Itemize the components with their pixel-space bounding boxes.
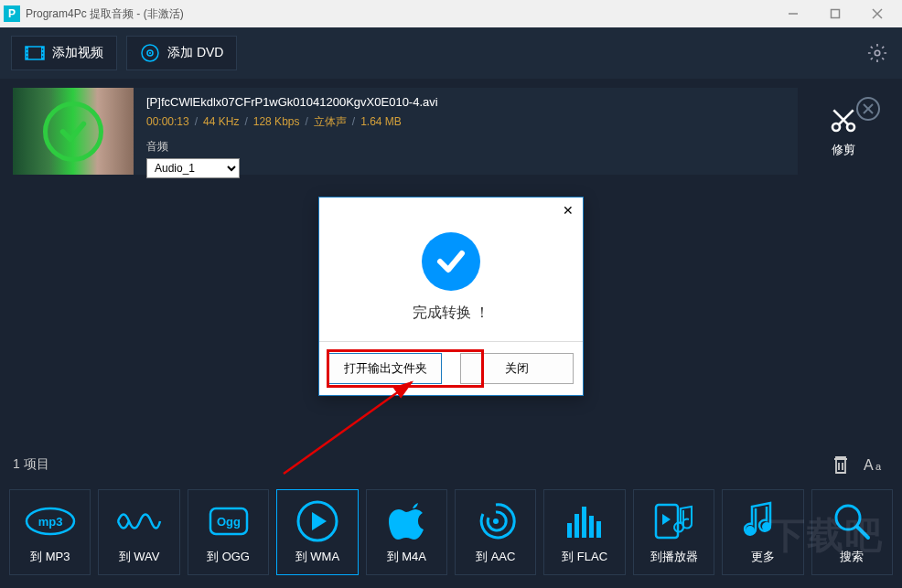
text-size-button[interactable]: Aa <box>862 451 889 478</box>
equalizer-icon <box>565 499 604 543</box>
format-m4a[interactable]: 到 M4A <box>366 489 447 575</box>
svg-point-38 <box>746 526 755 535</box>
dialog-close-text-button[interactable]: 关闭 <box>460 353 574 384</box>
svg-point-11 <box>42 52 44 54</box>
file-item: [P]fcCWlEkdlx07CFrP1wGk01041200KgvX0E010… <box>13 88 889 175</box>
main-toolbar: 添加视频 添加 DVD <box>0 27 902 79</box>
dialog-message: 完成转换 ！ <box>413 304 489 323</box>
svg-text:mp3: mp3 <box>38 515 62 529</box>
svg-rect-32 <box>574 514 579 538</box>
format-flac[interactable]: 到 FLAC <box>543 489 625 575</box>
format-wma[interactable]: 到 WMA <box>276 489 358 575</box>
file-meta: 00:00:13/44 KHz/128 Kbps/立体声/1.64 MB <box>146 114 785 130</box>
svg-rect-35 <box>596 521 601 538</box>
remove-item-button[interactable] <box>856 97 880 121</box>
file-name: [P]fcCWlEkdlx07CFrP1wGk01041200KgvX0E010… <box>146 95 785 109</box>
svg-point-12 <box>42 56 44 58</box>
item-count: 1 项目 <box>13 456 49 473</box>
audio-track-select[interactable]: Audio_1 <box>146 158 240 178</box>
film-icon <box>25 45 45 61</box>
svg-line-41 <box>857 527 868 538</box>
format-player[interactable]: 到播放器 <box>633 489 714 575</box>
svg-marker-37 <box>662 514 671 525</box>
format-aac[interactable]: 到 AAC <box>455 489 536 575</box>
app-logo: P <box>4 5 20 22</box>
minimize-button[interactable] <box>772 0 814 27</box>
disc-icon <box>140 45 160 61</box>
svg-rect-33 <box>582 507 586 538</box>
svg-text:Ogg: Ogg <box>217 515 241 529</box>
format-search[interactable]: 搜索 <box>811 489 893 575</box>
svg-point-39 <box>762 522 771 531</box>
ogg-icon: Ogg <box>208 499 250 543</box>
mp3-icon: mp3 <box>25 499 76 543</box>
svg-rect-31 <box>567 523 572 538</box>
maximize-button[interactable] <box>814 0 856 27</box>
music-notes-icon <box>743 499 783 543</box>
close-window-button[interactable] <box>856 0 898 27</box>
status-bar: 1 项目 Aa <box>13 451 889 478</box>
delete-button[interactable] <box>827 451 854 478</box>
completed-check-icon <box>43 102 103 162</box>
audio-label: 音频 <box>146 139 785 155</box>
svg-point-9 <box>27 56 28 58</box>
svg-point-8 <box>27 52 28 54</box>
add-video-button[interactable]: 添加视频 <box>11 36 117 70</box>
settings-button[interactable] <box>864 39 891 67</box>
format-mp3[interactable]: mp3 到 MP3 <box>9 489 91 575</box>
apple-icon <box>389 499 424 543</box>
add-dvd-button[interactable]: 添加 DVD <box>126 36 237 70</box>
svg-point-30 <box>493 519 499 524</box>
thumbnail <box>13 88 134 175</box>
svg-point-10 <box>42 48 44 50</box>
format-ogg[interactable]: Ogg 到 OGG <box>188 489 269 575</box>
open-output-folder-button[interactable]: 打开输出文件夹 <box>328 353 442 384</box>
add-dvd-label: 添加 DVD <box>167 45 223 61</box>
svg-rect-34 <box>589 516 594 538</box>
svg-point-15 <box>149 52 151 54</box>
format-more[interactable]: 更多 <box>722 489 803 575</box>
wave-icon <box>116 499 162 543</box>
success-check-icon <box>422 232 480 291</box>
play-circle-icon <box>295 499 339 543</box>
add-video-label: 添加视频 <box>52 45 103 61</box>
format-buttons: mp3 到 MP3 到 WAV Ogg 到 OGG 到 WMA 到 M4A 到 … <box>9 489 893 575</box>
trim-label: 修剪 <box>832 142 855 158</box>
svg-rect-1 <box>832 10 840 18</box>
svg-text:A: A <box>864 457 874 473</box>
svg-point-16 <box>875 50 880 56</box>
completion-dialog: ✕ 完成转换 ！ 打开输出文件夹 关闭 <box>318 197 584 396</box>
format-wav[interactable]: 到 WAV <box>98 489 179 575</box>
dialog-close-button[interactable]: ✕ <box>559 201 577 219</box>
titlebar: P Program4Pc 提取音频 - (非激活) <box>0 0 902 27</box>
swirl-icon <box>476 499 516 543</box>
svg-point-7 <box>27 48 28 50</box>
window-title: Program4Pc 提取音频 - (非激活) <box>26 6 772 22</box>
svg-text:a: a <box>875 461 882 472</box>
search-icon <box>832 499 872 543</box>
device-music-icon <box>652 499 696 543</box>
file-info: [P]fcCWlEkdlx07CFrP1wGk01041200KgvX0E010… <box>134 88 798 175</box>
